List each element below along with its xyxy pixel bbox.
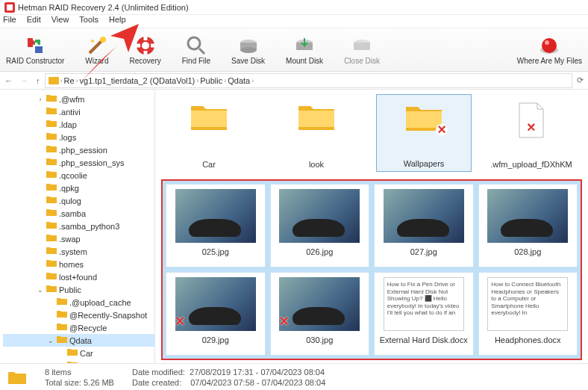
menu-tools[interactable]: Tools [79,15,98,28]
raid-constructor-button[interactable]: RAID Constructor [6,35,64,65]
file-item[interactable]: 028.jpg [478,184,578,267]
folder-icon [57,310,67,320]
tree-label: .samba_python3 [59,222,119,231]
folder-icon [46,234,57,244]
image-thumbnail [384,189,464,243]
menu-edit[interactable]: Edit [27,15,41,28]
tree-item[interactable]: .antivi [3,105,154,118]
file-label: 028.jpg [514,247,541,256]
file-grid[interactable]: CarlookWallpapers.wfm_upload_fDXhKM 025.… [155,90,588,374]
svg-point-7 [188,37,200,49]
tree-item[interactable]: .qpkg [3,182,154,194]
wand-icon [87,35,107,56]
tree-label: Car [80,349,93,358]
wizard-button[interactable]: Wizard [85,35,108,65]
back-button[interactable]: ← [4,76,13,85]
recovery-button[interactable]: Recovery [129,35,160,65]
tree-label: .system [59,247,87,256]
tree-label: homes [59,260,84,269]
folder-tree[interactable]: ›.@wfm.antivi.ldap.logs.php_session.php_… [0,90,155,374]
svg-point-6 [142,42,149,49]
folder-icon [46,158,57,167]
folder-icon [404,102,443,134]
tree-label: .swap [59,235,81,244]
status-bar: 8 items Total size: 5.26 MB Date modifie… [0,363,588,390]
selected-files-grid: 025.jpg026.jpg027.jpg028.jpg029.jpg030.j… [161,179,582,360]
file-item[interactable]: 030.jpg [270,272,370,356]
tree-item[interactable]: .swap [3,232,154,245]
folder-icon [46,221,57,231]
tree-item[interactable]: @Recycle [3,321,154,334]
breadcrumb-path[interactable]: › Re› vg1.tp1_tierdata_2 (QDataVol1)› Pu… [45,73,573,88]
main-toolbar: RAID Constructor Wizard Recovery Find Fi… [0,28,588,72]
tree-item[interactable]: .samba [3,207,154,220]
tree-label: .qpkg [59,184,79,193]
folder-icon [190,102,228,133]
tree-label: @Recently-Snapshot [69,311,147,320]
crumb-0[interactable]: Re [64,76,75,85]
where-files-button[interactable]: Where Are My Files [517,35,582,65]
tree-label: .logs [59,133,76,142]
save-disk-button[interactable]: Save Disk [231,35,265,65]
folder-icon [7,370,27,385]
file-item[interactable]: 029.jpg [166,272,266,356]
tree-item[interactable]: .logs [3,131,154,143]
tree-item[interactable]: .php_session_sys [3,156,154,169]
tree-item[interactable]: @Recently-Snapshot [3,309,154,321]
find-file-button[interactable]: Find File [182,35,210,65]
menu-help[interactable]: Help [109,15,126,28]
drive-icon [49,76,59,85]
up-button[interactable]: ↑ [36,76,40,85]
folder-icon [67,348,78,358]
folder-icon [46,196,57,205]
folder-icon [46,132,57,142]
chevron-icon[interactable]: ⌄ [37,286,44,294]
crumb-2[interactable]: Public [200,76,222,85]
svg-point-3 [100,37,106,43]
document-icon [516,102,546,140]
tree-label: .antivi [59,108,81,117]
tree-item[interactable]: ⌄Qdata [3,334,154,347]
chevron-icon[interactable]: › [37,96,44,103]
image-thumbnail [279,277,360,331]
image-thumbnail [175,189,256,243]
folder-item[interactable]: look [269,94,364,172]
file-item[interactable]: How to Fix a Pen Drive or External Hard … [374,272,474,356]
svg-rect-18 [49,77,59,84]
folder-icon [46,259,57,269]
tree-item[interactable]: .ldap [3,118,154,131]
mount-disk-button[interactable]: Mount Disk [286,35,323,65]
file-item[interactable]: 026.jpg [270,184,370,267]
tree-label: .php_session [59,146,107,155]
tree-item[interactable]: lost+found [3,270,154,283]
folder-icon [46,285,57,294]
file-item[interactable]: 027.jpg [374,184,474,267]
menu-file[interactable]: File [3,15,16,28]
app-icon [4,2,15,13]
svg-rect-1 [7,4,13,10]
menu-view[interactable]: View [51,15,69,28]
folder-item[interactable]: Car [161,94,257,172]
folder-item[interactable]: .wfm_upload_fDXhKM [484,94,579,172]
tree-label: .php_session_sys [59,158,124,167]
tree-item[interactable]: homes [3,258,154,270]
svg-point-16 [542,38,557,53]
tree-label: .ldap [59,120,77,129]
tree-item[interactable]: .samba_python3 [3,220,154,232]
tree-item[interactable]: .qulog [3,194,154,207]
tree-item[interactable]: ›.@wfm [3,93,154,105]
tree-item[interactable]: Car [3,347,154,359]
crumb-3[interactable]: Qdata [228,76,250,85]
file-item[interactable]: 025.jpg [166,184,266,267]
folder-item[interactable]: Wallpapers [376,94,472,172]
tree-item[interactable]: .qcoolie [3,169,154,182]
file-item[interactable]: How to Connect Bluetooth Headphones or S… [478,272,578,356]
tree-item[interactable]: .system [3,245,154,258]
tree-item[interactable]: .php_session [3,143,154,156]
chevron-icon[interactable]: ⌄ [47,337,54,344]
tree-item[interactable]: .@upload_cache [3,296,154,309]
forward-button[interactable]: → [20,76,28,85]
refresh-button[interactable]: ⟳ [577,75,584,85]
tree-item[interactable]: ⌄Public [3,283,154,296]
crumb-1[interactable]: vg1.tp1_tierdata_2 (QDataVol1) [80,76,196,85]
